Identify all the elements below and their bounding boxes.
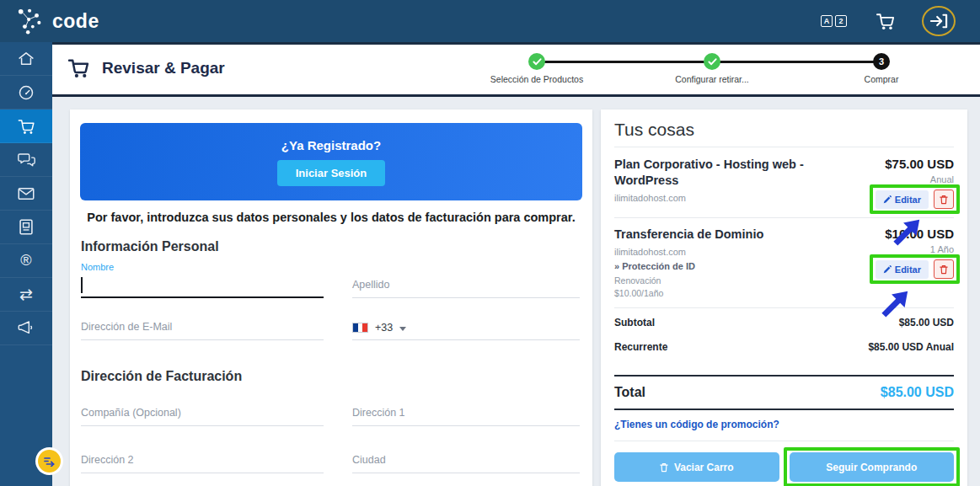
login-icon[interactable] <box>924 8 953 34</box>
item-domain: ilimitadohost.com <box>614 193 849 203</box>
item-name: Transferencia de Dominio <box>614 227 849 243</box>
edit-item-button[interactable]: Editar <box>876 190 929 209</box>
item-price: $10.00 USD <box>885 227 954 241</box>
item-billing-cycle: 1 Año <box>930 244 954 254</box>
personal-info-heading: Información Personal <box>81 239 592 254</box>
sidebar-item-cart[interactable] <box>0 109 52 143</box>
continue-shopping-button[interactable]: Seguir Comprando <box>790 452 955 482</box>
total-label: Total <box>614 385 645 400</box>
cart-icon <box>18 118 35 135</box>
address1-placeholder: Dirección 1 <box>352 407 405 425</box>
cart-summary-title: Tus cosas <box>614 120 954 140</box>
megaphone-icon <box>18 320 35 336</box>
sidebar-item-announcements[interactable] <box>0 312 52 345</box>
logo-dots-icon <box>15 8 46 35</box>
item-renewal-label: Renovación <box>614 275 849 286</box>
page-title: Revisar & Pagar <box>67 57 225 78</box>
address1-field[interactable]: Dirección 1 <box>352 389 580 426</box>
envelope-icon <box>18 187 35 200</box>
remove-item-button[interactable] <box>934 190 954 209</box>
total-value: $85.00 USD <box>881 385 954 400</box>
trash-icon <box>660 462 668 473</box>
cart-icon[interactable] <box>876 12 896 30</box>
pencil-icon <box>883 265 892 274</box>
sidebar-item-support[interactable] <box>0 143 52 177</box>
sidebar-item-mail[interactable] <box>0 177 52 211</box>
sidebar: ® ⇄ <box>0 42 52 486</box>
email-placeholder: Dirección de E-Mail <box>81 321 172 339</box>
topbar: code A 2 <box>0 0 980 42</box>
total-row: Total $85.00 USD <box>614 377 954 409</box>
company-field[interactable]: Compañía (Opcional) <box>81 389 324 426</box>
checkout-form-card: ¿Ya Registrado? Iniciar Sesión Por favor… <box>70 109 592 486</box>
registered-trademark-icon: ® <box>20 252 31 270</box>
transfer-arrows-icon: ⇄ <box>19 285 33 304</box>
sidebar-toggle-button[interactable] <box>38 450 61 473</box>
step-2[interactable]: Configurar retirar... <box>653 53 771 84</box>
item-domain: ilimitadohost.com <box>614 247 849 257</box>
login-button[interactable]: Iniciar Sesión <box>277 160 386 186</box>
first-name-label: Nombre <box>81 262 114 272</box>
page-header: Revisar & Pagar Selección de Productos C… <box>52 42 980 97</box>
totals-section: Subtotal $85.00 USD Recurrente $85.00 US… <box>614 308 954 353</box>
banner-question: ¿Ya Registrado? <box>281 138 381 152</box>
sidebar-item-transfers[interactable]: ⇄ <box>0 278 52 312</box>
first-name-field[interactable]: Nombre <box>81 261 324 298</box>
logo[interactable]: code <box>15 8 99 35</box>
check-icon <box>528 53 545 70</box>
item-renewal-price: $10.00/1año <box>614 287 849 299</box>
pencil-icon <box>883 195 892 204</box>
cart-summary-card: Tus cosas Plan Corporativo - Hosting web… <box>601 109 967 486</box>
city-field[interactable]: Ciudad <box>352 436 580 473</box>
item-name: Plan Corporativo - Hosting web - WordPre… <box>614 157 849 189</box>
chat-bubbles-icon <box>18 152 35 168</box>
sidebar-item-dashboard[interactable] <box>0 76 52 109</box>
step-3[interactable]: 3 Comprar <box>822 53 940 84</box>
last-name-placeholder: Apellido <box>352 279 389 297</box>
france-flag-icon <box>352 323 368 333</box>
last-name-field[interactable]: Apellido <box>352 261 580 298</box>
address2-field[interactable]: Dirección 2 <box>81 436 324 473</box>
email-field[interactable]: Dirección de E-Mail <box>81 307 324 340</box>
sidebar-item-home[interactable] <box>0 42 52 76</box>
subtotal-label: Subtotal <box>614 317 655 328</box>
text-cursor <box>81 277 83 293</box>
trash-icon <box>940 264 948 275</box>
subtotal-value: $85.00 USD <box>899 317 954 328</box>
home-icon <box>18 51 35 67</box>
phone-country-code: +33 <box>375 322 393 339</box>
check-icon <box>704 53 720 70</box>
trash-icon <box>940 195 948 205</box>
cart-item-hosting: Plan Corporativo - Hosting web - WordPre… <box>614 147 954 217</box>
address2-placeholder: Dirección 2 <box>81 454 134 473</box>
logo-text: code <box>52 10 99 33</box>
remove-item-button[interactable] <box>934 259 954 279</box>
step-1[interactable]: Selección de Productos <box>478 53 596 84</box>
cart-icon <box>67 57 90 78</box>
item-addon: » Protección de ID <box>614 261 849 271</box>
intro-text: Por favor, introduzca sus datos personal… <box>70 211 592 224</box>
book-icon <box>19 219 34 235</box>
expand-arrow-icon <box>43 456 56 467</box>
recurring-label: Recurrente <box>614 341 667 353</box>
recurring-value: $85.00 USD Anual <box>868 341 954 353</box>
registered-banner: ¿Ya Registrado? Iniciar Sesión <box>80 123 582 200</box>
sidebar-item-domains[interactable]: ® <box>0 244 52 278</box>
step-number: 3 <box>873 53 890 70</box>
billing-heading: Dirección de Facturación <box>81 369 592 384</box>
company-placeholder: Compañía (Opcional) <box>81 407 181 425</box>
item-price: $75.00 USD <box>885 157 954 171</box>
city-placeholder: Ciudad <box>352 454 386 473</box>
gauge-icon <box>18 84 35 101</box>
chevron-down-icon[interactable] <box>399 327 406 331</box>
promo-code-link[interactable]: ¿Tienes un código de promoción? <box>614 419 954 430</box>
translate-icon[interactable]: A 2 <box>821 15 847 27</box>
phone-field[interactable]: +33 <box>352 307 580 340</box>
sidebar-item-news[interactable] <box>0 211 52 244</box>
edit-item-button[interactable]: Editar <box>876 260 929 279</box>
cart-item-domain-transfer: Transferencia de Dominio ilimitadohost.c… <box>614 218 954 307</box>
empty-cart-button[interactable]: Vaciar Carro <box>614 452 779 482</box>
item-billing-cycle: Anual <box>930 174 954 184</box>
